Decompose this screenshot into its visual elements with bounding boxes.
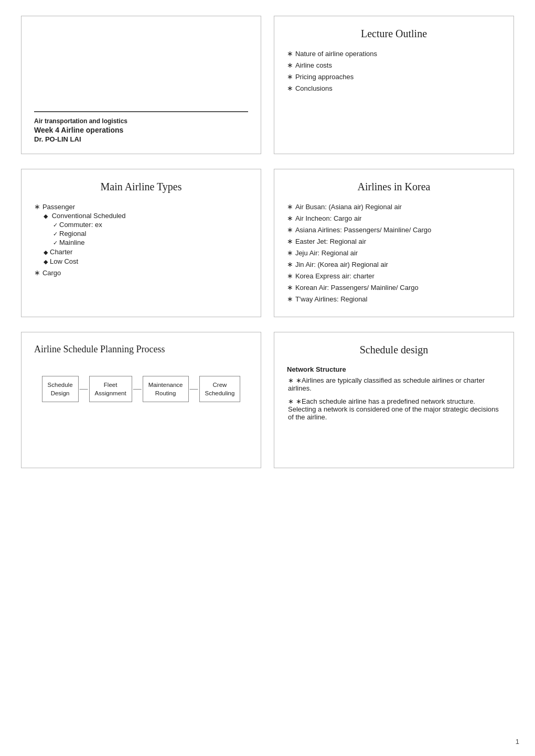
slide-2-title: Lecture Outline	[287, 28, 501, 40]
slide-5-title: Airline Schedule Planning Process	[34, 344, 248, 355]
list-item: Easter Jet: Regional air	[287, 237, 501, 245]
list-item: Korea Express air: charter	[287, 272, 501, 280]
process-flow: Schedule Design — Fleet Assignment — Mai…	[34, 376, 248, 402]
list-item: Airline costs	[287, 61, 501, 69]
schedule-design-para1: ∗Airlines are typically classified as sc…	[287, 376, 501, 392]
regional-item: Regional	[53, 230, 248, 237]
box-fleet-assignment-wrapper: Fleet Assignment	[89, 376, 132, 402]
network-structure-title: Network Structure	[287, 365, 501, 373]
slide-airlines-korea: Airlines in Korea Air Busan: (Asiana air…	[274, 169, 514, 317]
conventional-item: Conventional Scheduled Commuter: ex Regi…	[44, 212, 248, 246]
schedule-design-para2: ∗Each schedule airline has a predefined …	[287, 397, 501, 421]
box-maintenance-routing-wrapper: Maintenance Routing	[143, 376, 189, 402]
airline-types-list: Passenger Conventional Scheduled Commute…	[34, 202, 248, 277]
lecture-outline-list: Nature of airline operations Airline cos…	[287, 49, 501, 92]
slide-4-title: Airlines in Korea	[287, 181, 501, 193]
arrow-1: —	[79, 385, 89, 393]
page-number: 1	[516, 738, 519, 746]
list-item: Conclusions	[287, 84, 501, 92]
cargo-item: Cargo	[34, 268, 248, 277]
list-item: Korean Air: Passengers/ Mainline/ Cargo	[287, 283, 501, 291]
course-label: Air transportation and logistics	[34, 117, 248, 125]
week-label: Week 4 Airline operations	[34, 126, 248, 134]
schedule-design-content: Network Structure ∗Airlines are typicall…	[287, 365, 501, 421]
mainline-item: Mainline	[53, 239, 248, 246]
commuter-item: Commuter: ex	[53, 221, 248, 229]
slide-schedule-planning: Airline Schedule Planning Process Schedu…	[21, 332, 261, 468]
lowcost-item: Low Cost	[44, 257, 248, 265]
charter-item: Charter	[44, 248, 248, 256]
slide-title: Air transportation and logistics Week 4 …	[21, 16, 261, 154]
list-item: Nature of airline operations	[287, 49, 501, 58]
korea-airlines-list: Air Busan: (Asiana air) Regional air Air…	[287, 202, 501, 303]
box-crew-scheduling: Crew Scheduling	[199, 376, 241, 402]
author-label: Dr. PO-LIN LAI	[34, 135, 248, 143]
slide-lecture-outline: Lecture Outline Nature of airline operat…	[274, 16, 514, 154]
box-fleet-assignment: Fleet Assignment	[89, 376, 132, 402]
passenger-item: Passenger Conventional Scheduled Commute…	[34, 202, 248, 265]
list-item: Asiana Airlines: Passengers/ Mainline/ C…	[287, 225, 501, 234]
slide-airline-types: Main Airline Types Passenger Conventiona…	[21, 169, 261, 317]
conventional-sub-list: Commuter: ex Regional Mainline	[44, 221, 248, 246]
slide-6-title: Schedule design	[287, 344, 501, 356]
passenger-sub-list: Conventional Scheduled Commuter: ex Regi…	[34, 212, 248, 265]
box-maintenance-routing: Maintenance Routing	[143, 376, 189, 402]
slide-schedule-design: Schedule design Network Structure ∗Airli…	[274, 332, 514, 468]
list-item: Air Busan: (Asiana air) Regional air	[287, 202, 501, 211]
list-item: Jeju Air: Regional air	[287, 249, 501, 257]
box-schedule-design: Schedule Design	[42, 376, 79, 402]
slide-3-title: Main Airline Types	[34, 181, 248, 193]
list-item: Jin Air: (Korea air) Regional air	[287, 260, 501, 268]
list-item: Pricing approaches	[287, 72, 501, 81]
box-schedule-design-wrapper: Schedule Design	[42, 376, 79, 402]
arrow-2: —	[132, 385, 143, 393]
list-item: T'way Airlines: Regional	[287, 295, 501, 303]
arrow-3: —	[189, 385, 199, 393]
box-crew-scheduling-wrapper: Crew Scheduling	[199, 376, 241, 402]
list-item: Air Incheon: Cargo air	[287, 214, 501, 222]
